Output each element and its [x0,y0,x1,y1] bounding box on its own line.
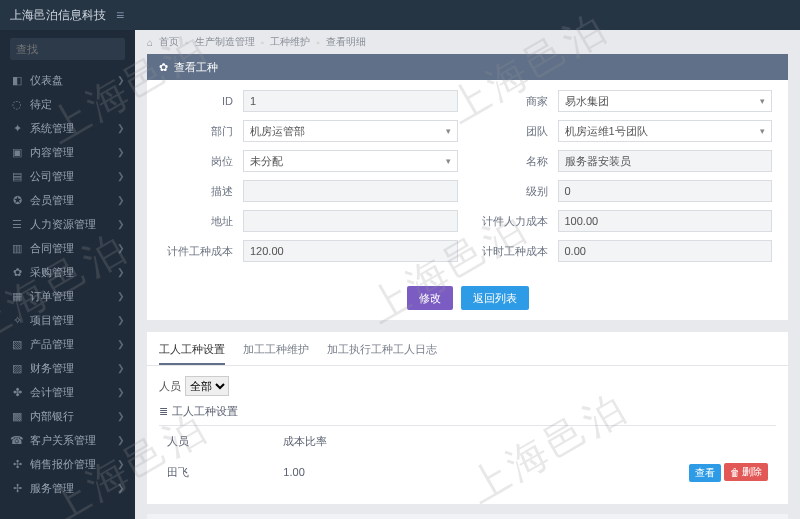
modify-button[interactable]: 修改 [407,286,453,310]
chevron-right-icon: ❯ [117,195,125,205]
chevron-right-icon: ❯ [117,483,125,493]
sidebar-item-4[interactable]: ▤公司管理❯ [0,164,135,188]
menu-toggle-icon[interactable]: ≡ [116,7,124,23]
sidebar-item-14[interactable]: ▩内部银行❯ [0,404,135,428]
sidebar-item-3[interactable]: ▣内容管理❯ [0,140,135,164]
filter-label: 人员 [159,379,181,394]
sidebar: ◧仪表盘❯◌待定✦系统管理❯▣内容管理❯▤公司管理❯✪会员管理❯☰人力资源管理❯… [0,30,135,519]
tab-worker-log[interactable]: 加工执行工种工人日志 [327,338,437,365]
delete-button[interactable]: 🗑删除 [724,463,768,481]
chevron-right-icon: ❯ [117,411,125,421]
sub-panel: 人员 全部 ≣ 工人工种设置 人员 成本比率 田飞 1.00 查看 🗑删除 [147,366,788,504]
nav-icon: ▤ [10,170,24,183]
footer-spacer [147,514,788,520]
sidebar-item-16[interactable]: ✣销售报价管理❯ [0,452,135,476]
chevron-right-icon: ❯ [117,243,125,253]
table-row: 田飞 1.00 查看 🗑删除 [161,457,774,488]
nav-icon: ◌ [10,98,24,111]
label-desc: 描述 [163,184,243,199]
chevron-right-icon: ❯ [117,75,125,85]
nav-icon: ✤ [10,386,24,399]
nav-icon: ☰ [10,218,24,231]
filter-select[interactable]: 全部 [185,376,229,396]
sidebar-item-1[interactable]: ◌待定 [0,92,135,116]
sidebar-item-11[interactable]: ▧产品管理❯ [0,332,135,356]
breadcrumb: ⌂ 首页 ◦ 生产制造管理 ◦ 工种维护 ◦ 查看明细 [135,30,800,54]
cell-cost-ratio: 1.00 [277,457,465,488]
crumb-l1[interactable]: 生产制造管理 [195,35,255,49]
nav-icon: ✦ [10,122,24,135]
label-merchant: 商家 [478,94,558,109]
nav-label: 系统管理 [30,121,74,136]
tab-processing-type[interactable]: 加工工种维护 [243,338,309,365]
nav-label: 合同管理 [30,241,74,256]
chevron-right-icon: ❯ [117,219,125,229]
nav-icon: ▧ [10,338,24,351]
nav-icon: ☎ [10,434,24,447]
detail-form: ID 1 商家 易水集团 ▾ 部门 机房运管部 ▾ 团队 [147,80,788,276]
cell-person: 田飞 [161,457,275,488]
col-cost-ratio: 成本比率 [277,428,465,455]
back-button[interactable]: 返回列表 [461,286,529,310]
nav-label: 人力资源管理 [30,217,96,232]
sidebar-item-0[interactable]: ◧仪表盘❯ [0,68,135,92]
sidebar-item-7[interactable]: ▥合同管理❯ [0,236,135,260]
nav-label: 销售报价管理 [30,457,96,472]
chevron-right-icon: ❯ [117,435,125,445]
brand-title: 上海邑泊信息科技 [10,7,106,24]
field-desc [243,180,458,202]
home-icon: ⌂ [147,37,153,48]
nav-label: 会员管理 [30,193,74,208]
nav-label: 内容管理 [30,145,74,160]
field-piece-type: 120.00 [243,240,458,262]
crumb-sep: ◦ [185,37,189,48]
select-merchant[interactable]: 易水集团 ▾ [558,90,773,112]
crumb-home[interactable]: 首页 [159,35,179,49]
nav-icon: ▦ [10,290,24,303]
select-team[interactable]: 机房运维1号团队 ▾ [558,120,773,142]
nav-icon: ▨ [10,362,24,375]
sidebar-item-10[interactable]: ✧项目管理❯ [0,308,135,332]
label-team: 团队 [478,124,558,139]
view-button[interactable]: 查看 [689,464,721,482]
chevron-right-icon: ❯ [117,147,125,157]
list-icon: ≣ [159,405,168,418]
sidebar-item-2[interactable]: ✦系统管理❯ [0,116,135,140]
sidebar-item-8[interactable]: ✿采购管理❯ [0,260,135,284]
nav-label: 待定 [30,97,52,112]
label-level: 级别 [478,184,558,199]
sidebar-item-9[interactable]: ▦订单管理❯ [0,284,135,308]
sidebar-item-12[interactable]: ▨财务管理❯ [0,356,135,380]
nav-label: 公司管理 [30,169,74,184]
nav-icon: ▣ [10,146,24,159]
sub-title: 工人工种设置 [172,404,238,419]
app-header: 上海邑泊信息科技 ≡ [0,0,800,30]
label-piece-type: 计件工种成本 [163,244,243,259]
sidebar-item-13[interactable]: ✤会计管理❯ [0,380,135,404]
nav-label: 财务管理 [30,361,74,376]
panel-header: ✿ 查看工种 [147,54,788,80]
nav-label: 项目管理 [30,313,74,328]
select-dept[interactable]: 机房运管部 ▾ [243,120,458,142]
chevron-right-icon: ❯ [117,171,125,181]
chevron-right-icon: ❯ [117,123,125,133]
nav-icon: ▩ [10,410,24,423]
label-name: 名称 [478,154,558,169]
nav-icon: ◧ [10,74,24,87]
field-time-type: 0.00 [558,240,773,262]
sidebar-item-15[interactable]: ☎客户关系管理❯ [0,428,135,452]
select-post[interactable]: 未分配 ▾ [243,150,458,172]
sidebar-item-5[interactable]: ✪会员管理❯ [0,188,135,212]
nav-label: 采购管理 [30,265,74,280]
crumb-l2[interactable]: 工种维护 [270,35,310,49]
sidebar-item-6[interactable]: ☰人力资源管理❯ [0,212,135,236]
sidebar-item-17[interactable]: ✢服务管理❯ [0,476,135,500]
search-input[interactable] [10,38,125,60]
label-dept: 部门 [163,124,243,139]
tab-worker-type-setting[interactable]: 工人工种设置 [159,338,225,365]
chevron-right-icon: ❯ [117,459,125,469]
chevron-right-icon: ❯ [117,315,125,325]
tab-bar: 工人工种设置 加工工种维护 加工执行工种工人日志 [147,332,788,366]
field-addr [243,210,458,232]
nav-label: 产品管理 [30,337,74,352]
